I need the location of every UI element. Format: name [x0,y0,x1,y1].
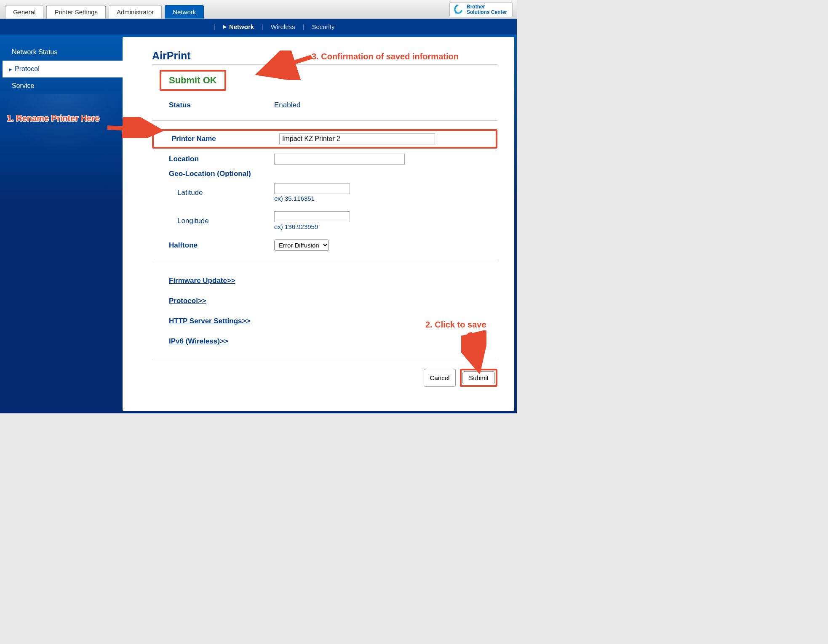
sidebar: Network Status Protocol Service [3,37,123,411]
page-title: AirPrint [152,50,497,62]
status-value: Enabled [274,101,300,109]
solutions-line2: Solutions Center [467,9,507,15]
tab-printer-settings[interactable]: Printer Settings [46,5,106,19]
solutions-line1: Brother [467,4,485,10]
latitude-label: Latitude [152,189,274,197]
halftone-label: Halftone [152,241,274,250]
http-server-settings-link[interactable]: HTTP Server Settings>> [152,311,497,331]
tab-administrator[interactable]: Administrator [109,5,162,19]
tab-general[interactable]: General [5,5,43,19]
location-label: Location [152,155,274,163]
location-input[interactable] [274,154,405,165]
subnav-wireless[interactable]: Wireless [271,23,295,30]
latitude-example: ex) 35.116351 [274,195,350,202]
longitude-input[interactable] [274,211,350,222]
subnav-bar: | ▶ Network | Wireless | Security [0,19,517,35]
printer-name-input[interactable] [279,133,435,144]
ipv6-wireless-link[interactable]: IPv6 (Wireless)>> [152,331,497,351]
content-panel: AirPrint Submit OK Status Enabled Printe… [123,37,514,411]
tab-network[interactable]: Network [165,5,204,19]
subnav-security[interactable]: Security [312,23,334,30]
firmware-update-link[interactable]: Firmware Update>> [152,271,497,291]
longitude-label: Longitude [152,217,274,225]
subnav-sep: | [303,23,304,30]
sidebar-item-protocol[interactable]: Protocol [3,61,123,77]
submit-ok-message: Submit OK [161,72,224,89]
longitude-example: ex) 136.923959 [274,223,350,230]
sidebar-item-service[interactable]: Service [3,77,123,94]
subnav-sep: | [214,23,216,30]
subnav-network[interactable]: Network [229,23,254,30]
printer-name-label: Printer Name [157,135,279,143]
cancel-button[interactable]: Cancel [424,369,456,387]
protocol-link[interactable]: Protocol>> [152,291,497,311]
top-tab-strip: General Printer Settings Administrator N… [0,0,517,19]
status-label: Status [152,101,274,109]
subnav-active-icon: ▶ [223,24,227,29]
submit-button[interactable]: Submit [462,371,495,384]
sidebar-item-network-status[interactable]: Network Status [3,44,123,61]
svg-point-0 [455,11,457,13]
brother-logo-icon [452,4,463,15]
solutions-center-link[interactable]: Brother Solutions Center [449,2,513,17]
halftone-select[interactable]: Error Diffusion [274,240,329,251]
geo-location-label: Geo-Location (Optional) [152,170,274,178]
subnav-sep: | [262,23,263,30]
latitude-input[interactable] [274,183,350,194]
